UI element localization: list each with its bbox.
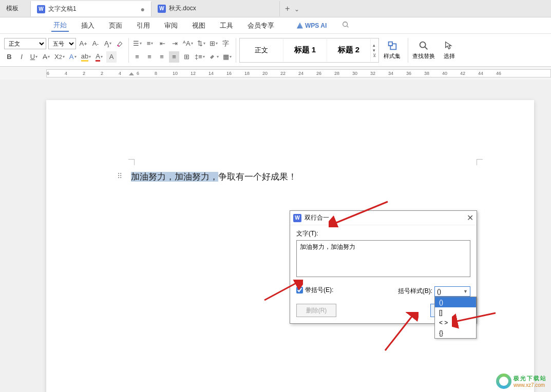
underline-button[interactable]: U▾ [29,51,39,63]
bracket-checkbox-label[interactable]: 带括号(E): [296,286,333,295]
clear-format-button[interactable] [115,38,125,49]
tab-bar: 模板 W 文字文稿1 ● W 秋天.docx + ⌄ [0,0,551,17]
ruler[interactable]: 6422468101214161820222426283032343638404… [46,69,551,77]
style-heading2[interactable]: 标题 2 [327,39,371,62]
ruler-tick: 16 [226,71,232,76]
numbering-button[interactable]: ≡▾ [145,38,155,49]
style-expand-icon[interactable]: ⊻ [373,53,376,58]
style-up-icon[interactable]: ▴ [373,43,376,48]
ruler-tick: 44 [478,71,483,76]
pinyin-guide-button[interactable]: 字 [221,38,231,49]
ruler-tick: 28 [334,71,339,76]
font-family-select[interactable]: 正文 [4,38,46,49]
ruler-tick: 24 [298,71,303,76]
ruler-tick: 32 [370,71,375,76]
outdent-button[interactable]: ⇤ [157,38,167,49]
menu-review[interactable]: 审阅 [162,20,180,31]
wps-ai-button[interactable]: WPS AI [297,22,327,29]
menu-member[interactable]: 会员专享 [245,20,276,31]
text-input[interactable] [296,240,470,277]
ruler-tick: 34 [388,71,393,76]
grow-font-button[interactable]: A+ [78,38,88,49]
menu-tools[interactable]: 工具 [218,20,235,31]
dropdown-option[interactable]: [] [435,307,476,318]
bullets-button[interactable]: ☰▾ [132,38,143,49]
select-button[interactable]: 选择 [437,40,462,60]
ruler-tick: 6 [47,71,49,76]
align-left-button[interactable]: ≡ [132,51,142,63]
shrink-font-button[interactable]: A- [90,38,101,49]
menu-insert[interactable]: 插入 [79,20,97,31]
font-size-select[interactable]: 五号 [48,38,76,49]
bold-button[interactable]: B [4,51,14,63]
tab-doc2[interactable]: W 秋天.docx [151,1,280,16]
paragraph-handle-icon[interactable]: ⠿ [117,172,122,180]
search-icon[interactable] [342,21,349,30]
line-spacing-button[interactable]: ⊞▾ [208,38,219,49]
styles-label: 样式集 [384,52,401,60]
bracket-check-text: 带括号(E): [305,286,333,295]
bracket-selected-value: () [437,288,441,295]
watermark-url: www.xz7.com [514,382,547,388]
menu-page[interactable]: 页面 [107,20,124,31]
find-replace-button[interactable]: 查找替换 [411,40,436,60]
svg-line-1 [347,26,349,28]
tab-doc1[interactable]: W 文字文稿1 ● [31,1,151,16]
svg-point-0 [343,22,348,27]
styles-dropdown-button[interactable]: 样式集 [380,40,405,60]
style-heading1[interactable]: 标题 1 [283,39,327,62]
bracket-checkbox[interactable] [296,287,303,293]
strike-button[interactable]: A̶▾ [41,51,51,63]
font-color-button[interactable]: A▾ [94,51,104,63]
highlight-button[interactable]: ab▾ [80,51,92,63]
align-center-button[interactable]: ≡ [144,51,155,63]
ruler-tick: 40 [442,71,447,76]
indent-button[interactable]: ⇥ [169,38,180,49]
style-gallery: 正文 标题 1 标题 2 ▴ ▾ ⊻ [239,38,379,63]
body-text[interactable]: 加油努力，加油努力，争取有一个好成果！ [131,171,297,183]
dropdown-option[interactable]: < > [435,318,476,328]
indent-marker-icon[interactable] [129,68,134,73]
ruler-tick: 38 [424,71,429,76]
select-label: 选择 [444,52,455,60]
dialog-titlebar[interactable]: W 双行合一 ✕ [290,211,477,225]
divider [408,38,408,63]
close-button[interactable]: ✕ [467,213,473,223]
new-tab-button[interactable]: + ⌄ [280,4,305,13]
chevron-down-icon: ▼ [463,289,468,294]
italic-button[interactable]: I [16,51,27,63]
style-body[interactable]: 正文 [240,39,283,62]
borders-button[interactable]: ▦▾ [222,51,233,63]
dropdown-option[interactable]: {} [435,328,476,338]
menu-start[interactable]: 开始 [51,19,69,32]
align-right-button[interactable]: ≡ [157,51,167,63]
sort-button[interactable]: ⇅▾ [196,38,206,49]
distribute-button[interactable]: ⊞ [181,51,192,63]
superscript-button[interactable]: X2▾ [53,51,66,63]
menu-view[interactable]: 视图 [190,20,207,31]
menu-reference[interactable]: 引用 [135,20,152,31]
char-shading-button[interactable]: A [106,51,117,63]
ruler-tick: 30 [352,71,357,76]
ruler-tick: 36 [406,71,411,76]
ruler-tick: 22 [280,71,286,76]
ruler-tick: 12 [191,71,196,76]
ruler-tick: 20 [262,71,268,76]
para-spacing-button[interactable]: ‡≡▾ [194,51,206,63]
tab-label: 模板 [6,4,18,13]
change-case-button[interactable]: A̧▾ [103,38,113,49]
delete-button[interactable]: 删除(R) [296,304,336,317]
ruler-tick: 18 [244,71,250,76]
font-effect-button[interactable]: A▾ [68,51,78,63]
tab-template[interactable]: 模板 [0,1,31,16]
plain-text: 争取有一个好成果！ [218,172,297,182]
align-justify-button[interactable]: ≡ [169,51,179,63]
logo-icon [496,374,511,389]
bracket-style-select[interactable]: () ▼ [434,286,470,297]
divider [128,38,129,63]
style-down-icon[interactable]: ▾ [373,48,376,53]
tab-label: 文字文稿1 [48,5,77,13]
dropdown-option[interactable]: () [435,297,476,307]
text-direction-button[interactable]: ᴬA▾ [182,38,194,49]
shading-button[interactable]: ▾ [208,51,220,63]
